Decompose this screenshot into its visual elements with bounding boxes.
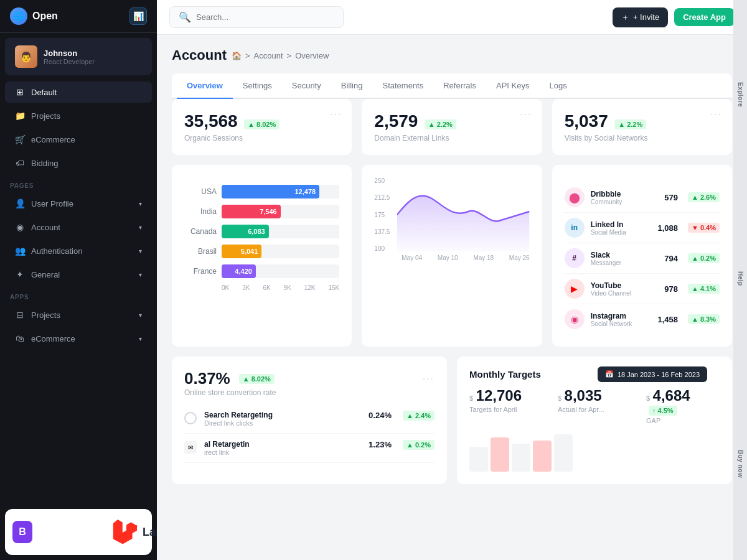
social-count: 1,458: [657, 315, 678, 324]
social-type: Video Channel: [591, 290, 659, 297]
social-name: Instagram: [591, 312, 652, 320]
social-name: Dribbble: [591, 190, 659, 198]
bar-fill: 12,478: [222, 185, 319, 198]
search-box[interactable]: 🔍: [169, 6, 344, 28]
sidebar-logo: 🌐 Open: [10, 7, 58, 25]
sidebar-item-label: Projects: [31, 310, 60, 320]
currency-symbol: $: [646, 394, 650, 402]
sidebar-item-account[interactable]: ◉ Account ▾: [5, 217, 152, 238]
bootstrap-promo: B Bootstrap 5: [12, 519, 93, 545]
bar-fill: 5,041: [222, 245, 261, 258]
gap-label: GAP: [646, 417, 720, 424]
chevron-down-icon: ▾: [139, 271, 142, 278]
buy-now-panel-btn[interactable]: Buy now: [737, 442, 744, 485]
bar-value: 7,546: [260, 208, 277, 215]
social-networks-card: ⬤ Dribbble Community 579 ▲ 2.6% in: [552, 165, 732, 347]
retarget-badge: ▲ 0.2%: [403, 440, 435, 450]
chart-bar: [554, 434, 573, 472]
retarget-info: al Retargetin irect link: [204, 440, 361, 456]
target-value: 12,706: [476, 387, 522, 404]
chart-icon[interactable]: 📊: [129, 7, 147, 25]
sidebar-item-authentication[interactable]: 👥 Authentication ▾: [5, 240, 152, 261]
breadcrumb-account[interactable]: Account: [254, 51, 283, 60]
social-type: Messanger: [591, 259, 659, 266]
bar-fill: 7,546: [222, 205, 281, 218]
bar-row-france: France 4,420: [184, 264, 339, 278]
folder-icon: 📁: [15, 111, 25, 121]
page-title: Account: [172, 47, 227, 63]
account-icon: ◉: [15, 222, 25, 232]
more-icon[interactable]: ···: [710, 109, 722, 120]
sidebar-item-projects[interactable]: 📁 Projects: [5, 105, 152, 126]
bar-chart: USA 12,478 India 7,546: [184, 185, 339, 291]
bar-track: 4,420: [222, 264, 339, 278]
retarget-pct: 1.23%: [369, 440, 392, 449]
stat-label: Organic Sessions: [184, 134, 339, 142]
sidebar-item-general[interactable]: ✦ General ▾: [5, 264, 152, 285]
social-info: Instagram Social Network: [591, 312, 652, 327]
auth-icon: 👥: [15, 246, 25, 256]
chevron-down-icon: ▾: [139, 312, 142, 319]
chevron-down-icon: ▾: [139, 335, 142, 342]
user-name: Johnson: [44, 49, 95, 58]
sidebar-item-label: Account: [31, 223, 60, 232]
sidebar-item-ecommerce-app[interactable]: 🛍 eCommerce ▾: [5, 328, 152, 349]
bar-value: 4,420: [235, 268, 252, 275]
home-icon[interactable]: 🏠: [232, 51, 242, 60]
tab-overview[interactable]: Overview: [177, 73, 233, 99]
laravel-promo: Laravel: [113, 520, 157, 544]
social-info: Linked In Social Media: [591, 220, 652, 236]
breadcrumb: 🏠 > Account > Overview: [232, 51, 329, 60]
invite-button[interactable]: ＋ + Invite: [613, 7, 668, 27]
bar-track: 6,083: [222, 225, 339, 238]
page-header: Account 🏠 > Account > Overview: [172, 47, 732, 63]
bar-row-usa: USA 12,478: [184, 185, 339, 198]
help-panel-btn[interactable]: Help: [737, 264, 744, 294]
stat-label: Domain External Links: [374, 134, 529, 142]
retarget-pct: 0.24%: [369, 411, 392, 420]
sidebar-item-projects-app[interactable]: ⊟ Projects ▾: [5, 304, 152, 325]
tab-security[interactable]: Security: [282, 73, 331, 99]
more-icon[interactable]: ···: [330, 109, 342, 120]
retargeting-item-email: ✉ al Retargetin irect link 1.23% ▲ 0.2%: [184, 434, 435, 463]
bar-track: 12,478: [222, 185, 339, 198]
avatar: 👨: [15, 45, 37, 68]
y-label: 137.5: [374, 228, 390, 235]
create-app-button[interactable]: Create App: [674, 8, 735, 26]
sidebar-item-label: Default: [31, 88, 57, 97]
charts-row: USA 12,478 India 7,546: [172, 165, 732, 347]
x-label: May 04: [402, 254, 422, 261]
conversion-card: 0.37% ▲ 8.02% ··· Online store convertio…: [172, 357, 447, 484]
tab-referrals[interactable]: Referrals: [433, 73, 486, 99]
tab-settings[interactable]: Settings: [233, 73, 282, 99]
social-name: YouTube: [591, 281, 659, 290]
search-input[interactable]: [196, 12, 334, 22]
more-icon[interactable]: ···: [423, 373, 435, 385]
tab-billing[interactable]: Billing: [331, 73, 373, 99]
line-chart-svg: [397, 177, 529, 252]
explore-panel-btn[interactable]: Explore: [737, 75, 744, 114]
y-label: 212.5: [374, 194, 390, 201]
chevron-down-icon: ▾: [139, 200, 142, 207]
sidebar-item-label: User Profile: [31, 199, 73, 208]
bar-label: India: [184, 207, 217, 216]
tab-logs[interactable]: Logs: [539, 73, 576, 99]
sidebar-item-user-profile[interactable]: 👤 User Profile ▾: [5, 193, 152, 214]
plus-icon: ＋: [621, 12, 629, 23]
stat-label: Visits by Social Networks: [565, 134, 720, 142]
sidebar-item-ecommerce[interactable]: 🛒 eCommerce: [5, 129, 152, 150]
sidebar-item-default[interactable]: ⊞ Default: [5, 82, 152, 103]
dribbble-icon: ⬤: [565, 187, 585, 207]
right-panels: Explore Help Buy now: [733, 0, 747, 560]
tab-api-keys[interactable]: API Keys: [486, 73, 539, 99]
bar-axis: 0K 3K 6K 9K 12K 15K: [184, 284, 339, 291]
social-badge: ▼ 0.4%: [688, 223, 720, 233]
sidebar-item-bidding[interactable]: 🏷 Bidding: [5, 152, 152, 174]
more-icon[interactable]: ···: [520, 109, 532, 120]
bar-label: Brasil: [184, 247, 217, 256]
retarget-circle: [184, 412, 197, 424]
search-icon: 🔍: [179, 11, 191, 23]
bootstrap-icon: B: [12, 521, 32, 543]
tab-statements[interactable]: Statements: [372, 73, 433, 99]
calendar-icon: 📅: [605, 370, 614, 378]
